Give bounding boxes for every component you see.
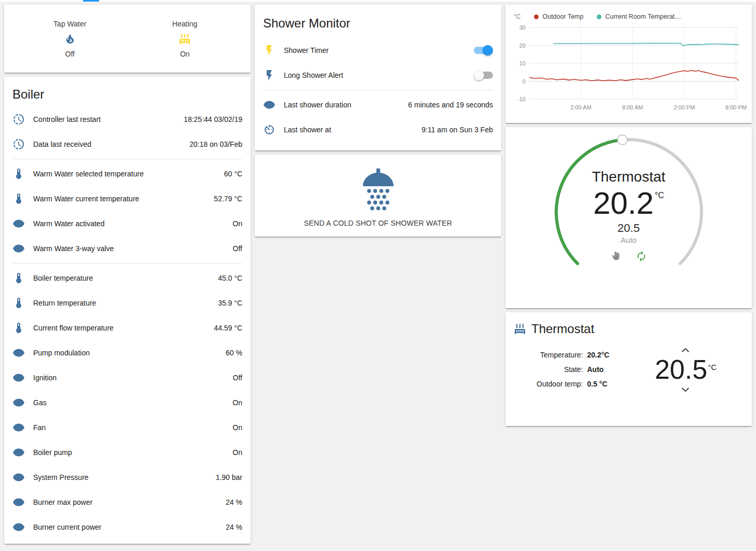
entity-value: 6 minutes and 19 seconds: [408, 101, 493, 109]
eye-icon: [12, 471, 25, 484]
legend-dot: [534, 15, 539, 19]
entity-value: 24 %: [226, 498, 242, 506]
entity-value: 60 %: [226, 349, 242, 357]
entity-row[interactable]: System Pressure1.90 bar: [12, 465, 242, 490]
svg-text:8:00 PM: 8:00 PM: [725, 104, 747, 111]
entity-label: Boiler temperature: [33, 274, 214, 282]
entity-row[interactable]: Current flow temperature44.59 °C: [12, 315, 242, 340]
eye-icon: [12, 496, 25, 508]
flash-icon: [263, 69, 276, 81]
entity-label: Shower Timer: [284, 46, 470, 54]
thermometer-icon: [12, 297, 25, 309]
fire-icon: [64, 33, 76, 45]
hvac-mode-label: Auto: [621, 236, 637, 244]
clock-icon: [12, 113, 25, 126]
entity-row[interactable]: Last shower at9:11 am on Sun 3 Feb: [263, 117, 493, 142]
entity-row[interactable]: Boiler pumpOn: [12, 440, 242, 465]
entity-label: Pump modulation: [33, 349, 222, 357]
entity-value: Off: [233, 244, 242, 253]
entity-value: 44.59 °C: [214, 324, 242, 332]
entity-value: 60 °C: [224, 170, 242, 178]
glance-item-tap-water[interactable]: Tap WaterOff: [12, 20, 128, 58]
entity-value: Off: [233, 374, 242, 382]
clock-icon: [12, 138, 25, 150]
entity-row[interactable]: Data last received20:18 on 03/Feb: [12, 132, 242, 157]
hand-button[interactable]: [611, 251, 622, 262]
attribute-value: 20.2°C: [587, 351, 610, 359]
glance-state: On: [180, 50, 190, 58]
shower-monitor-card: Shower Monitor Shower TimerLong Shower A…: [255, 5, 501, 150]
svg-text:2:00 PM: 2:00 PM: [673, 104, 695, 111]
svg-text:2:00 AM: 2:00 AM: [570, 104, 591, 111]
current-temperature: 20.2°C: [593, 186, 664, 221]
eye-icon: [12, 446, 25, 459]
svg-text:8:00 AM: 8:00 AM: [622, 104, 643, 111]
entity-row[interactable]: Warm Water current temperature52.79 °C: [12, 186, 242, 211]
entity-row[interactable]: Boiler temperature45.0 °C: [12, 266, 242, 291]
entity-row[interactable]: GasOn: [12, 390, 242, 415]
active-tab-indicator: [83, 0, 99, 2]
entity-row[interactable]: Controller last restart18:25:44 03/02/19: [12, 107, 242, 132]
glance-card: Tap WaterOffHeatingOn: [4, 5, 251, 73]
entity-label: Current flow temperature: [33, 324, 210, 332]
axis-unit-label: °C: [514, 13, 520, 20]
entity-label: Warm Water selected temperature: [33, 170, 220, 178]
toggle-thumb: [474, 70, 484, 80]
legend-item[interactable]: Current Room Temperat…: [597, 13, 681, 20]
autorenew-button[interactable]: [636, 251, 647, 262]
entity-row[interactable]: Burner max power24 %: [12, 490, 242, 515]
legend-dot: [597, 15, 601, 19]
eye-icon: [12, 396, 25, 409]
entity-value: 9:11 am on Sun 3 Feb: [422, 126, 493, 134]
thermostat-card: Thermostat Temperature:20.2°CState:AutoO…: [505, 312, 752, 426]
temp-decrease-button[interactable]: [679, 383, 692, 395]
entity-label: Data last received: [33, 140, 185, 148]
entity-row[interactable]: Warm Water activatedOn: [12, 211, 242, 236]
entity-row[interactable]: IgnitionOff: [12, 365, 242, 390]
svg-text:0: 0: [523, 78, 526, 85]
legend-label: Outdoor Temp: [542, 13, 583, 20]
entity-value: On: [232, 219, 242, 228]
toggle-row: Shower Timer: [263, 38, 493, 63]
entity-label: Last shower at: [284, 126, 418, 134]
thermometer-icon: [12, 168, 25, 180]
chart-legend: °COutdoor TempCurrent Room Temperat…: [514, 11, 745, 22]
entity-row[interactable]: Warm Water 3-way valveOff: [12, 236, 242, 261]
entity-row[interactable]: Warm Water selected temperature60 °C: [12, 161, 242, 186]
attribute-label: State:: [537, 365, 583, 374]
attribute-value: Auto: [587, 365, 610, 374]
eye-icon: [12, 347, 25, 359]
unit-label: °C: [708, 363, 717, 371]
svg-text:30: 30: [519, 24, 526, 31]
toggle-switch[interactable]: [474, 70, 493, 80]
thermometer-icon: [12, 272, 25, 284]
gauge-title: Thermostat: [592, 169, 666, 185]
eye-icon: [12, 217, 25, 230]
eye-icon: [263, 99, 276, 111]
timer-icon: [263, 123, 276, 136]
entity-label: Burner current power: [33, 523, 222, 531]
entity-row[interactable]: FanOn: [12, 415, 242, 440]
cold-shot-card[interactable]: SEND A COLD SHOT OF SHOWER WATER: [255, 155, 501, 237]
entity-row[interactable]: Burner current power24 %: [12, 515, 242, 540]
entity-label: Warm Water 3-way valve: [33, 244, 229, 253]
toggle-thumb: [483, 45, 493, 56]
entity-value: 24 %: [226, 523, 242, 531]
entity-label: Ignition: [33, 374, 229, 382]
entity-value: On: [232, 398, 242, 407]
toggle-switch[interactable]: [474, 45, 493, 56]
attribute-label: Temperature:: [537, 351, 583, 359]
entity-row[interactable]: Last shower duration6 minutes and 19 sec…: [263, 92, 493, 117]
target-temp-value: 20.5°C: [655, 356, 717, 383]
divider: [263, 90, 493, 90]
glance-item-heating[interactable]: HeatingOn: [128, 20, 243, 58]
legend-item[interactable]: Outdoor Temp: [534, 13, 583, 20]
entity-row[interactable]: Pump modulation60 %: [12, 340, 242, 365]
eye-icon: [12, 421, 25, 434]
entity-row[interactable]: Return temperature35.9 °C: [12, 291, 242, 315]
entity-label: Gas: [33, 398, 228, 407]
radiator-icon: [178, 33, 191, 45]
target-temperature: 20.5: [617, 222, 640, 235]
entity-value: 35.9 °C: [218, 299, 242, 307]
thermometer-icon: [12, 192, 25, 205]
